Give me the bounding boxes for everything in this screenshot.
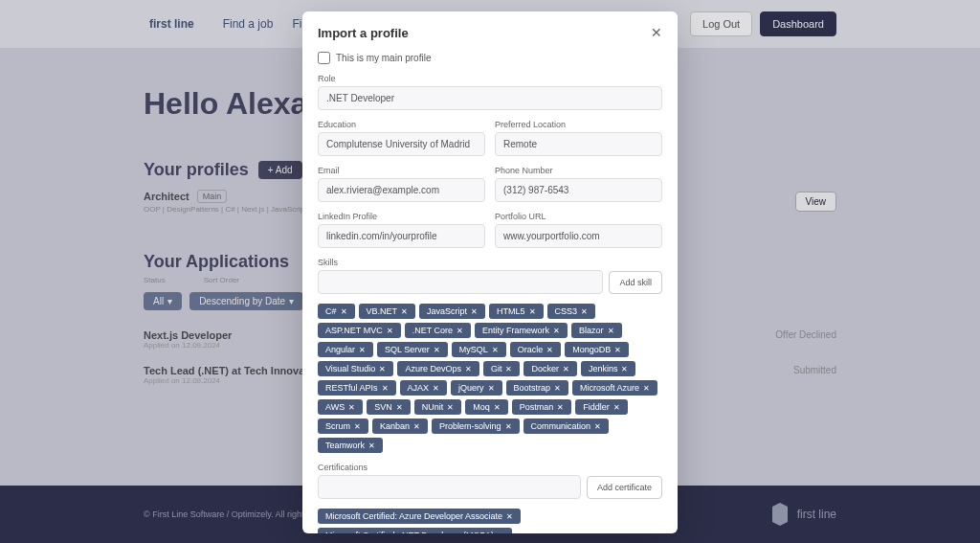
skill-tag: jQuery ✕ xyxy=(451,380,502,396)
skill-tag: ASP.NET MVC ✕ xyxy=(318,323,401,338)
skill-tag: Communication ✕ xyxy=(523,419,610,434)
remove-tag-icon[interactable]: ✕ xyxy=(387,327,393,335)
remove-tag-icon[interactable]: ✕ xyxy=(563,365,569,373)
remove-tag-icon[interactable]: ✕ xyxy=(354,422,361,431)
skill-tag: Moq ✕ xyxy=(465,399,508,415)
remove-tag-icon[interactable]: ✕ xyxy=(465,365,472,373)
remove-tag-icon[interactable]: ✕ xyxy=(554,384,561,393)
remove-tag-icon[interactable]: ✕ xyxy=(505,365,512,373)
phone-label: Phone Number xyxy=(495,166,662,175)
remove-tag-icon[interactable]: ✕ xyxy=(379,365,386,373)
skills-input[interactable] xyxy=(318,270,603,294)
remove-tag-icon[interactable]: ✕ xyxy=(494,403,501,412)
remove-tag-icon[interactable]: ✕ xyxy=(348,403,355,412)
skill-tag: Entity Framework ✕ xyxy=(475,323,568,338)
remove-tag-icon[interactable]: ✕ xyxy=(368,441,375,450)
cert-tag: Microsoft Certified: .NET Developer (MCS… xyxy=(318,528,512,533)
remove-tag-icon[interactable]: ✕ xyxy=(505,422,512,431)
education-label: Education xyxy=(318,120,485,129)
phone-input[interactable] xyxy=(495,178,662,202)
skill-tag: SQL Server ✕ xyxy=(377,342,448,357)
remove-tag-icon[interactable]: ✕ xyxy=(613,403,620,412)
skill-tag: MongoDB ✕ xyxy=(565,342,629,357)
import-profile-modal: Import a profile ✕ This is my main profi… xyxy=(302,11,678,533)
remove-tag-icon[interactable]: ✕ xyxy=(643,384,650,393)
remove-tag-icon[interactable]: ✕ xyxy=(434,346,440,354)
skill-tag: CSS3 ✕ xyxy=(547,304,596,319)
skill-tag: Scrum ✕ xyxy=(318,419,368,434)
remove-tag-icon[interactable]: ✕ xyxy=(621,365,628,373)
skill-tag: Kanban ✕ xyxy=(372,419,428,434)
remove-tag-icon[interactable]: ✕ xyxy=(492,346,499,354)
skill-tag: HTML5 ✕ xyxy=(489,304,544,319)
skill-tag: RESTful APIs ✕ xyxy=(318,380,396,396)
remove-tag-icon[interactable]: ✕ xyxy=(608,327,614,335)
remove-tag-icon[interactable]: ✕ xyxy=(457,327,463,335)
certs-label: Certifications xyxy=(318,463,662,472)
email-input[interactable] xyxy=(318,178,485,202)
skill-tag: Angular ✕ xyxy=(318,342,373,357)
skill-tag: MySQL ✕ xyxy=(452,342,506,357)
close-icon[interactable]: ✕ xyxy=(651,25,662,40)
remove-tag-icon[interactable]: ✕ xyxy=(401,307,408,316)
skill-tag: SVN ✕ xyxy=(367,399,411,415)
skill-tag: Oracle ✕ xyxy=(510,342,562,357)
skill-tag: VB.NET ✕ xyxy=(359,304,416,319)
add-skill-button[interactable]: Add skill xyxy=(609,271,662,294)
skill-tag: Postman ✕ xyxy=(512,399,572,415)
skill-tag: Teamwork ✕ xyxy=(318,438,383,453)
remove-tag-icon[interactable]: ✕ xyxy=(498,532,504,534)
remove-tag-icon[interactable]: ✕ xyxy=(359,346,366,354)
remove-tag-icon[interactable]: ✕ xyxy=(413,422,420,431)
remove-tag-icon[interactable]: ✕ xyxy=(488,384,495,393)
role-label: Role xyxy=(318,74,662,83)
skill-tag: Jenkins ✕ xyxy=(581,361,636,376)
remove-tag-icon[interactable]: ✕ xyxy=(529,307,536,316)
main-profile-label: This is my main profile xyxy=(336,53,431,63)
skill-tag: .NET Core ✕ xyxy=(405,323,471,338)
role-input[interactable] xyxy=(318,86,662,110)
skill-tag: AWS ✕ xyxy=(318,399,363,415)
remove-tag-icon[interactable]: ✕ xyxy=(614,346,621,354)
remove-tag-icon[interactable]: ✕ xyxy=(594,422,601,431)
linkedin-label: LinkedIn Profile xyxy=(318,212,485,221)
skill-tag: Azure DevOps ✕ xyxy=(397,361,479,376)
location-input[interactable] xyxy=(495,132,662,156)
skill-tag: Visual Studio ✕ xyxy=(318,361,393,376)
add-cert-button[interactable]: Add certificate xyxy=(587,476,662,499)
location-label: Preferred Location xyxy=(495,120,662,129)
remove-tag-icon[interactable]: ✕ xyxy=(447,403,454,412)
modal-title: Import a profile xyxy=(318,26,409,40)
skill-tag: Problem-solving ✕ xyxy=(432,419,520,434)
remove-tag-icon[interactable]: ✕ xyxy=(382,384,389,393)
skill-tag: Microsoft Azure ✕ xyxy=(572,380,657,396)
skill-tag: NUnit ✕ xyxy=(414,399,462,415)
remove-tag-icon[interactable]: ✕ xyxy=(433,384,439,393)
skill-tag: Git ✕ xyxy=(483,361,521,376)
main-profile-checkbox[interactable] xyxy=(318,52,330,64)
skill-tag: AJAX ✕ xyxy=(400,380,448,396)
cert-tag: Microsoft Certified: Azure Developer Ass… xyxy=(318,509,521,524)
email-label: Email xyxy=(318,166,485,175)
portfolio-label: Portfolio URL xyxy=(495,212,662,221)
skill-tag: C# ✕ xyxy=(318,304,355,319)
remove-tag-icon[interactable]: ✕ xyxy=(581,307,588,316)
remove-tag-icon[interactable]: ✕ xyxy=(471,307,478,316)
skills-label: Skills xyxy=(318,258,662,267)
skills-tag-cloud: C# ✕VB.NET ✕JavaScript ✕HTML5 ✕CSS3 ✕ASP… xyxy=(318,304,662,453)
certs-tag-cloud: Microsoft Certified: Azure Developer Ass… xyxy=(318,509,662,533)
portfolio-input[interactable] xyxy=(495,224,662,248)
remove-tag-icon[interactable]: ✕ xyxy=(557,403,564,412)
modal-overlay: Import a profile ✕ This is my main profi… xyxy=(0,0,980,543)
remove-tag-icon[interactable]: ✕ xyxy=(341,307,347,316)
skill-tag: Docker ✕ xyxy=(523,361,577,376)
certs-input[interactable] xyxy=(318,475,581,499)
remove-tag-icon[interactable]: ✕ xyxy=(396,403,403,412)
skill-tag: JavaScript ✕ xyxy=(419,304,485,319)
skill-tag: Bootstrap ✕ xyxy=(506,380,569,396)
remove-tag-icon[interactable]: ✕ xyxy=(506,512,513,521)
remove-tag-icon[interactable]: ✕ xyxy=(553,327,560,335)
remove-tag-icon[interactable]: ✕ xyxy=(546,346,553,354)
education-input[interactable] xyxy=(318,132,485,156)
linkedin-input[interactable] xyxy=(318,224,485,248)
